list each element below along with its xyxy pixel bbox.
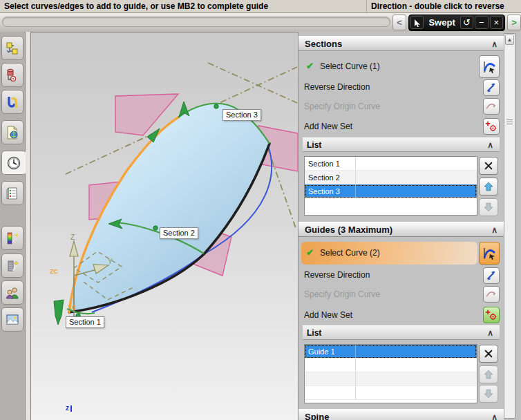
remove-x-icon [483, 160, 494, 171]
axis-label-y: Y [108, 258, 113, 265]
nx-swept-screen: { "status_bar": { "left": "Select curves… [0, 0, 521, 420]
spine-group-header[interactable]: Spine ∧ [299, 409, 504, 420]
move-up-icon [483, 181, 494, 192]
sections-select-curve-button[interactable] [479, 55, 500, 78]
view-triad-z: z [66, 404, 72, 412]
select-curve-icon [482, 246, 497, 261]
add-new-set-icon [485, 309, 498, 321]
collapse-caret-icon[interactable]: ∧ [491, 37, 498, 52]
status-bar: Select curves/edges to add to guide, or … [0, 0, 521, 13]
axis-label-z: Z [70, 233, 75, 241]
list-item[interactable]: Section 1 [305, 157, 477, 171]
column-divider [355, 157, 356, 170]
guides-list-header[interactable]: List ∧ [303, 325, 500, 340]
scrollbar-grip[interactable] [506, 118, 513, 126]
image-gallery-button[interactable] [1, 307, 23, 332]
visualization-palette-button[interactable] [1, 226, 23, 250]
move-down-icon [483, 388, 494, 399]
sections-add-new-set-button[interactable] [483, 118, 500, 135]
triad-stem [70, 405, 72, 412]
add-new-set-icon [485, 120, 498, 133]
guides-select-curve-label: Select Curve (2) [320, 248, 380, 258]
sections-reverse-direction-button[interactable] [483, 79, 500, 96]
dialog-close-button[interactable]: × [490, 16, 503, 29]
part-navigator-button[interactable] [1, 90, 23, 114]
check-icon: ✔ [306, 61, 314, 71]
dialog-back-button[interactable]: < [392, 15, 406, 30]
dialog-title: Swept [425, 17, 458, 28]
list-item[interactable]: Section 2 [305, 171, 477, 184]
constraint-navigator-button[interactable] [1, 63, 23, 87]
guides-move-down-button[interactable] [479, 385, 498, 403]
list-item-selected[interactable]: Guide 1 [305, 345, 477, 359]
guides-specify-origin-button[interactable] [483, 286, 500, 303]
cue-message: Select curves/edges to add to guide, or … [4, 1, 268, 11]
toolbar-row: < Swept ↺ − × > [0, 13, 521, 32]
collapse-caret-icon[interactable]: ∧ [487, 326, 493, 341]
sections-group-header[interactable]: Sections ∧ [299, 36, 504, 51]
dialog-title-strip: Swept ↺ − × [408, 15, 505, 31]
dialog-minimize-button[interactable]: − [475, 16, 488, 29]
sections-move-down-button[interactable] [479, 198, 498, 216]
guides-list[interactable]: Guide 1 [304, 344, 477, 403]
graphics-viewport[interactable]: Z Y ZC XC Section 3 Section 2 Section 1 … [30, 32, 298, 420]
sections-specify-origin-button[interactable] [483, 98, 500, 115]
dialog-drag-pointer-button[interactable] [410, 16, 424, 29]
guides-group-header[interactable]: Guides (3 Maximum) ∧ [299, 222, 504, 237]
guides-select-curve-button[interactable] [479, 242, 500, 265]
machine-wand-icon [5, 258, 20, 274]
scroll-up-icon[interactable]: ▲ [505, 35, 514, 45]
collapse-caret-icon[interactable]: ∧ [491, 222, 498, 238]
list-item-empty[interactable] [305, 386, 477, 400]
guides-reverse-direction-button[interactable] [483, 267, 500, 284]
history-palette-button[interactable] [1, 151, 26, 175]
dialog-reset-button[interactable]: ↺ [460, 16, 473, 29]
notes-palette-button[interactable] [1, 181, 23, 205]
status-divider [366, 0, 367, 12]
column-divider [355, 359, 356, 372]
roles-palette-button[interactable] [1, 280, 23, 305]
reverse-direction-icon [485, 269, 498, 282]
resource-bar [0, 32, 26, 420]
guides-remove-button[interactable] [479, 345, 498, 363]
move-up-icon [483, 369, 494, 380]
rainbow-wand-icon [5, 231, 20, 246]
column-divider [355, 345, 356, 358]
notebook-list-icon [5, 186, 20, 201]
column-divider [355, 171, 356, 184]
assembly-navigator-button[interactable] [1, 36, 23, 60]
swept-dialog-titlebar: < Swept ↺ − × > [392, 14, 521, 31]
pointer-icon [413, 19, 421, 27]
people-roles-icon [5, 285, 20, 300]
check-icon: ✔ [306, 247, 314, 258]
docked-toolbar-strip [2, 17, 390, 27]
collapse-caret-icon[interactable]: ∧ [491, 410, 498, 420]
guides-add-new-set-button[interactable] [483, 307, 500, 323]
sections-move-up-button[interactable] [479, 178, 498, 195]
constraint-icon [5, 68, 20, 83]
section-2-label[interactable]: Section 2 [160, 227, 198, 239]
sections-specify-origin-label: Specify Origin Curve [304, 102, 380, 111]
sections-remove-button[interactable] [479, 157, 498, 175]
list-item-selected[interactable]: Section 3 [305, 184, 477, 198]
dialog-scrollbar[interactable]: ▲ [504, 33, 515, 419]
dialog-forward-button[interactable]: > [507, 15, 521, 30]
status-message: Direction - double click to reverse [371, 1, 504, 11]
landscape-image-icon [5, 312, 20, 327]
sections-list-header[interactable]: List ∧ [303, 137, 500, 152]
section-1-label[interactable]: Section 1 [66, 316, 104, 328]
remove-x-icon [483, 348, 494, 359]
clamp-icon [5, 95, 20, 110]
sections-list[interactable]: Section 1 Section 2 Section 3 [304, 156, 477, 216]
list-item-empty[interactable] [305, 372, 477, 386]
collapse-caret-icon[interactable]: ∧ [487, 138, 493, 153]
panel-splitter[interactable] [26, 32, 30, 420]
machining-wizard-button[interactable] [1, 254, 23, 278]
sections-reverse-direction-label: Reverse Direction [304, 82, 370, 92]
web-browser-button[interactable] [1, 120, 23, 144]
guides-move-up-button[interactable] [479, 365, 498, 383]
swept-dialog: Sections ∧ ✔ Select Curve (1) Reverse Di… [298, 32, 521, 420]
list-item-empty[interactable] [305, 359, 477, 372]
section-3-label[interactable]: Section 3 [222, 109, 261, 121]
swept-scene: Z Y ZC XC [31, 32, 298, 420]
